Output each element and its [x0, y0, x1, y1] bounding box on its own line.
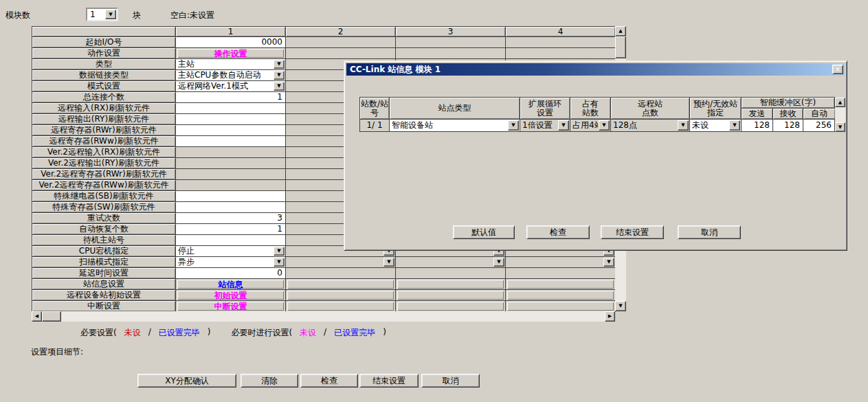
station-type-select[interactable]: 智能设备站 ▼ [390, 120, 520, 132]
dialog-default-button[interactable]: 默认值 [453, 225, 515, 239]
value-cell[interactable]: 1 [176, 92, 286, 103]
value-select[interactable]: 远程网络Ver.1模式▼ [176, 81, 286, 92]
chevron-down-icon[interactable]: ▼ [599, 120, 610, 131]
dialog-titlebar[interactable]: CC-Link 站信息 模块 1 ✕ [346, 63, 845, 76]
chevron-down-icon[interactable]: ▼ [274, 258, 285, 267]
row-label: Ver.2远程输入(RX)刷新软元件 [32, 147, 176, 158]
empty-select[interactable]: ▼ [286, 257, 396, 268]
details-label: 设置项目细节: [31, 346, 83, 358]
vertical-scroll-thumb[interactable] [615, 36, 626, 58]
empty-button-cell [286, 279, 396, 290]
chevron-down-icon[interactable]: ▼ [274, 247, 285, 256]
link-button[interactable]: 操作设置 [177, 49, 284, 58]
empty-button-cell [396, 290, 506, 301]
value-cell[interactable]: 1 [176, 224, 286, 235]
dialog-check-button[interactable]: 检查 [526, 225, 590, 239]
chevron-down-icon[interactable]: ▼ [493, 258, 504, 267]
scroll-up-icon[interactable]: ▲ [835, 98, 845, 107]
scroll-left-icon[interactable]: ◀ [32, 311, 42, 322]
occupied-select[interactable]: 占用4站 ▼ [570, 120, 611, 132]
link-cell[interactable]: 操作设置 [176, 48, 286, 59]
clear-button[interactable]: 清除 [241, 374, 298, 388]
dialog-cancel-button[interactable]: 取消 [678, 225, 741, 239]
value-select[interactable]: 异步▼ [176, 257, 286, 268]
chevron-down-icon[interactable]: ▼ [678, 120, 689, 131]
scroll-up-icon[interactable]: ▲ [615, 26, 626, 36]
send-points-cell[interactable]: 128 [742, 120, 773, 132]
link-cell[interactable]: 站信息 [176, 279, 286, 290]
value-cell[interactable] [176, 202, 286, 213]
empty-cell [506, 48, 616, 59]
value-cell[interactable]: 0 [176, 268, 286, 279]
row-label: 总连接个数 [32, 92, 176, 103]
dialog-finish-button[interactable]: 结束设置 [601, 225, 664, 239]
remote-points-select[interactable]: 128点 ▼ [611, 120, 690, 132]
scroll-down-icon[interactable]: ▼ [835, 122, 845, 132]
value-select[interactable]: 停止▼ [176, 246, 286, 257]
horizontal-scroll-thumb[interactable] [42, 311, 61, 322]
header-auto: 自动 [803, 109, 835, 119]
receive-points-cell[interactable]: 128 [773, 120, 803, 132]
chevron-down-icon[interactable]: ▼ [274, 82, 285, 91]
chevron-down-icon[interactable]: ▼ [274, 60, 285, 69]
header-station: 站数/站号 [360, 98, 390, 120]
scroll-down-icon[interactable]: ▼ [615, 301, 626, 311]
row-label: 特殊继电器(SB)刷新软元件 [32, 191, 176, 202]
module-count-select[interactable]: 1 ▼ [86, 8, 118, 21]
chevron-down-icon[interactable]: ▼ [729, 120, 740, 131]
paren-close: ) [208, 327, 211, 339]
station-info-dialog: CC-Link 站信息 模块 1 ✕ 站数/站号 站点类型 扩展循环 设置 占有… [344, 60, 847, 251]
table-row: 起始I/O号0000 [32, 37, 615, 48]
empty-cell [506, 268, 616, 279]
app-window: { "colors": { "window_bg": "#d4d0c8", "t… [0, 0, 868, 402]
chevron-down-icon[interactable]: ▼ [558, 120, 569, 131]
row-label: 远程输入(RX)刷新软元件 [32, 103, 176, 114]
row-label: CPU宕机指定 [32, 246, 176, 257]
value-cell[interactable] [176, 191, 286, 202]
scroll-right-icon[interactable]: ▶ [605, 311, 615, 322]
chevron-down-icon[interactable]: ▼ [508, 120, 519, 131]
slash: / [148, 327, 151, 339]
check-button[interactable]: 检查 [300, 374, 358, 388]
chevron-down-icon[interactable]: ▼ [383, 258, 394, 267]
value-cell[interactable] [176, 136, 286, 147]
value-select[interactable]: 主站▼ [176, 59, 286, 70]
row-label: 远程设备站初始设置 [32, 290, 176, 301]
link-button[interactable]: 站信息 [177, 280, 284, 289]
link-button[interactable]: 初始设置 [177, 291, 284, 300]
link-cell[interactable]: 中断设置 [176, 301, 286, 312]
cancel-button[interactable]: 取消 [421, 374, 480, 388]
row-label: 特殊寄存器(SW)刷新软元件 [32, 202, 176, 213]
value-cell[interactable]: 3 [176, 213, 286, 224]
horizontal-scrollbar[interactable]: ◀ ▶ [32, 311, 615, 322]
chevron-down-icon[interactable]: ▼ [105, 10, 116, 19]
link-button[interactable]: 中断设置 [177, 302, 284, 311]
value-cell[interactable]: 0000 [176, 37, 286, 48]
empty-bar [507, 302, 614, 311]
value-cell[interactable] [176, 103, 286, 114]
table-row: 远程设备站初始设置初始设置 [32, 290, 615, 301]
empty-cell [286, 37, 396, 48]
expanded-cyclic-select[interactable]: 1倍设置 ▼ [520, 120, 570, 132]
chevron-down-icon[interactable]: ▼ [274, 71, 285, 80]
dialog-table-scrollbar[interactable]: ▲ ▼ [835, 98, 845, 132]
empty-button-cell [396, 279, 506, 290]
empty-select[interactable]: ▼ [506, 257, 616, 268]
chevron-down-icon[interactable]: ▼ [603, 258, 614, 267]
close-icon[interactable]: ✕ [832, 65, 843, 74]
empty-select[interactable]: ▼ [396, 257, 506, 268]
reserve-select[interactable]: 未设 ▼ [690, 120, 742, 132]
auto-points-cell[interactable]: 256 [803, 120, 835, 132]
value-cell[interactable] [176, 235, 286, 246]
value-select[interactable]: 主站CPU参数自动启动▼ [176, 70, 286, 81]
value-cell[interactable] [176, 114, 286, 125]
empty-cell [396, 48, 506, 59]
finish-setting-button[interactable]: 结束设置 [359, 374, 419, 388]
empty-button-cell [286, 301, 396, 312]
required-done-label: 已设置完毕 [159, 327, 200, 339]
link-cell[interactable]: 初始设置 [176, 290, 286, 301]
xy-assign-check-button[interactable]: XY分配确认 [137, 374, 236, 388]
table-row: 扫描模式指定异步▼▼▼▼ [32, 257, 615, 268]
value-cell[interactable] [176, 125, 286, 136]
station-number-cell: 1/ 1 [360, 120, 390, 132]
